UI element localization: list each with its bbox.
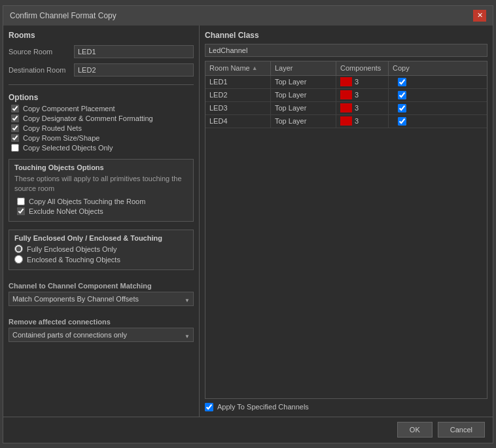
copy-designator-label: Copy Designator & Comment Formatting [23,114,153,122]
td-components: 3 [336,115,389,128]
copy-all-objects-label: Copy All Objects Touching the Room [29,198,145,205]
copy-routed-nets-checkbox[interactable] [11,124,19,132]
touching-objects-title: Touching Objects Options [14,164,188,171]
touching-objects-description: These options will apply to all primitiv… [14,174,188,194]
color-swatch [340,90,352,99]
dialog-container: Confirm Channel Format Copy ✕ Rooms Sour… [3,5,493,443]
row-copy-checkbox[interactable] [398,104,406,112]
copy-all-objects-row: Copy All Objects Touching the Room [14,198,188,205]
copy-all-objects-checkbox[interactable] [17,198,25,205]
td-components: 3 [336,89,389,101]
row-copy-checkbox[interactable] [398,91,406,99]
channel-matching-section: Channel to Channel Component Matching Ma… [9,278,194,309]
copy-room-size-row: Copy Room Size/Shape [9,134,194,142]
dialog-footer: OK Cancel [3,417,493,443]
td-layer: Top Layer [271,102,336,114]
copy-routed-nets-label: Copy Routed Nets [23,124,82,132]
td-components: 3 [336,76,389,88]
table-row: LED3 Top Layer 3 [205,102,487,115]
options-title: Options [9,93,194,102]
fully-enclosed-title: Fully Enclosed Only / Enclosed & Touchin… [14,234,188,242]
remove-connections-section: Remove affected connections Contained pa… [9,314,194,345]
title-bar: Confirm Channel Format Copy ✕ [3,6,493,26]
channel-class-title: Channel Class [205,31,487,40]
copy-room-size-checkbox[interactable] [11,134,19,142]
channel-matching-dropdown[interactable]: Match Components By Channel Offsets Matc… [9,292,194,306]
destination-room-input[interactable] [74,63,194,77]
td-room-name: LED4 [205,115,271,128]
remove-connections-dropdown-wrapper: Contained parts of connections only All … [9,328,194,345]
bottom-row: Apply To Specified Channels [205,399,487,411]
copy-selected-objects-label: Copy Selected Objects Only [23,144,113,152]
td-components: 3 [336,102,389,114]
copy-selected-objects-checkbox[interactable] [11,144,19,152]
th-room-name: Room Name ▲ [205,61,271,75]
fully-enclosed-group: Fully Enclosed Only / Enclosed & Touchin… [9,230,194,270]
fully-enclosed-radio-row: Fully Enclosed Objects Only [14,245,188,253]
exclude-nonet-label: Exclude NoNet Objects [29,207,103,215]
close-button[interactable]: ✕ [473,10,486,22]
fully-enclosed-radio-label: Fully Enclosed Objects Only [27,245,117,253]
cancel-button[interactable]: Cancel [438,422,485,438]
color-swatch [340,103,352,112]
enclosed-touching-radio[interactable] [14,255,23,264]
copy-component-placement-label: Copy Component Placement [23,105,115,112]
divider-1 [9,84,194,85]
row-copy-checkbox[interactable] [398,117,406,126]
th-components: Components [336,61,389,75]
exclude-nonet-checkbox[interactable] [17,207,25,215]
remove-connections-label: Remove affected connections [9,318,194,326]
destination-room-label: Destination Room [9,66,74,74]
destination-room-row: Destination Room [9,63,194,77]
td-copy [389,115,415,128]
remove-connections-dropdown[interactable]: Contained parts of connections only All … [9,328,194,342]
td-room-name: LED1 [205,76,271,88]
td-copy [389,89,415,101]
source-room-label: Source Room [9,48,74,56]
dialog-body: Rooms Source Room Destination Room Optio… [3,26,493,417]
enclosed-touching-radio-label: Enclosed & Touching Objects [27,256,120,264]
left-panel: Rooms Source Room Destination Room Optio… [3,26,200,417]
apply-to-specified-label: Apply To Specified Channels [217,403,309,411]
channel-matching-dropdown-wrapper: Match Components By Channel Offsets Matc… [9,292,194,309]
table-row: LED2 Top Layer 3 [205,89,487,102]
apply-to-specified-checkbox[interactable] [205,403,213,411]
copy-designator-checkbox[interactable] [11,114,19,122]
color-swatch [340,116,352,126]
channel-table: Room Name ▲ Layer Components Copy [205,61,487,399]
copy-routed-nets-row: Copy Routed Nets [9,124,194,132]
channel-search-input[interactable] [205,44,487,57]
ok-button[interactable]: OK [397,422,433,438]
copy-room-size-label: Copy Room Size/Shape [23,134,99,142]
copy-designator-row: Copy Designator & Comment Formatting [9,114,194,122]
fully-enclosed-radio[interactable] [14,245,23,253]
enclosed-touching-radio-row: Enclosed & Touching Objects [14,255,188,264]
sort-icon: ▲ [252,65,258,71]
copy-component-placement-row: Copy Component Placement [9,105,194,112]
channel-matching-label: Channel to Channel Component Matching [9,282,194,290]
td-layer: Top Layer [271,76,336,88]
color-swatch [340,77,352,86]
apply-specified-row: Apply To Specified Channels [205,403,309,411]
table-body: LED1 Top Layer 3 LED2 Top Layer [205,76,487,398]
options-section: Options Copy Component Placement Copy De… [9,93,194,154]
table-row: LED4 Top Layer 3 [205,115,487,128]
table-header: Room Name ▲ Layer Components Copy [205,61,487,76]
copy-component-placement-checkbox[interactable] [11,105,19,112]
source-room-row: Source Room [9,45,194,58]
th-copy: Copy [389,61,415,75]
row-copy-checkbox[interactable] [398,78,406,86]
td-room-name: LED3 [205,102,271,114]
td-layer: Top Layer [271,89,336,101]
td-copy [389,76,415,88]
dialog-title: Confirm Channel Format Copy [10,11,116,20]
touching-objects-group: Touching Objects Options These options w… [9,159,194,222]
source-room-input[interactable] [74,45,194,58]
th-layer: Layer [271,61,336,75]
copy-selected-objects-row: Copy Selected Objects Only [9,144,194,152]
rooms-section-title: Rooms [9,31,194,40]
td-layer: Top Layer [271,115,336,128]
td-copy [389,102,415,114]
table-row: LED1 Top Layer 3 [205,76,487,89]
exclude-nonet-row: Exclude NoNet Objects [14,207,188,215]
